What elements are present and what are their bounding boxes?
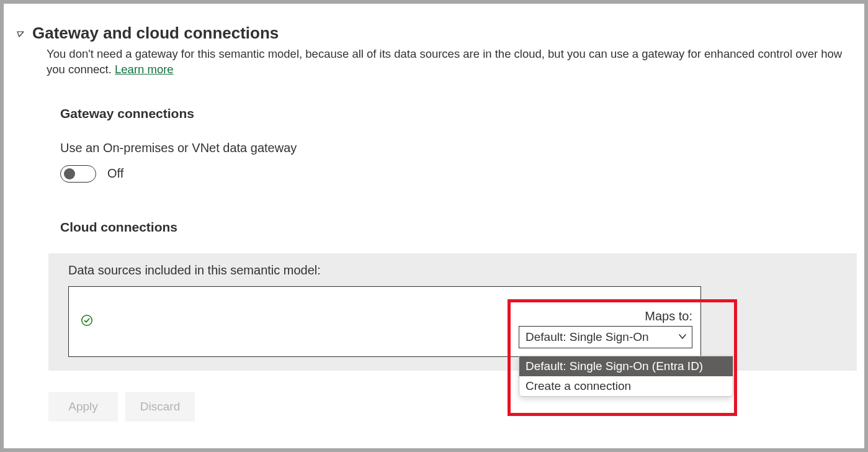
check-icon xyxy=(80,314,94,329)
maps-to-select[interactable]: Default: Single Sign-On xyxy=(519,326,692,348)
apply-button[interactable]: Apply xyxy=(48,392,118,422)
dropdown-option-create-connection[interactable]: Create a connection xyxy=(519,376,733,396)
section-title: Gateway and cloud connections xyxy=(32,24,279,43)
gateway-toggle-label: Use an On-premises or VNet data gateway xyxy=(60,141,857,155)
cloud-connections-panel: Data sources included in this semantic m… xyxy=(48,253,857,371)
panel-label: Data sources included in this semantic m… xyxy=(68,263,857,278)
gateway-toggle-state: Off xyxy=(107,166,123,181)
maps-to-dropdown: Default: Single Sign-On (Entra ID) Creat… xyxy=(519,356,733,397)
cloud-connections-title: Cloud connections xyxy=(60,220,857,235)
gateway-toggle[interactable] xyxy=(60,165,96,183)
gateway-toggle-row: Off xyxy=(60,165,857,183)
maps-to-label: Maps to: xyxy=(519,309,692,323)
gateway-connections-title: Gateway connections xyxy=(60,106,857,121)
section-description: You don't need a gateway for this semant… xyxy=(47,47,857,78)
maps-to-select-value: Default: Single Sign-On xyxy=(526,330,649,344)
collapse-icon[interactable] xyxy=(16,29,25,38)
section-header[interactable]: Gateway and cloud connections xyxy=(31,24,857,43)
maps-to-block: Maps to: Default: Single Sign-On xyxy=(519,309,692,348)
learn-more-link[interactable]: Learn more xyxy=(115,63,174,76)
chevron-down-icon xyxy=(678,330,687,344)
discard-button[interactable]: Discard xyxy=(125,392,195,422)
toggle-knob xyxy=(64,168,75,179)
svg-point-0 xyxy=(82,315,92,326)
content-area: Gateway and cloud connections You don't … xyxy=(4,4,864,371)
dropdown-option-default-sso[interactable]: Default: Single Sign-On (Entra ID) xyxy=(519,356,733,376)
gateway-section: Gateway connections Use an On-premises o… xyxy=(60,106,857,235)
footer-buttons: Apply Discard xyxy=(48,392,195,422)
app-frame: Gateway and cloud connections You don't … xyxy=(0,0,868,452)
